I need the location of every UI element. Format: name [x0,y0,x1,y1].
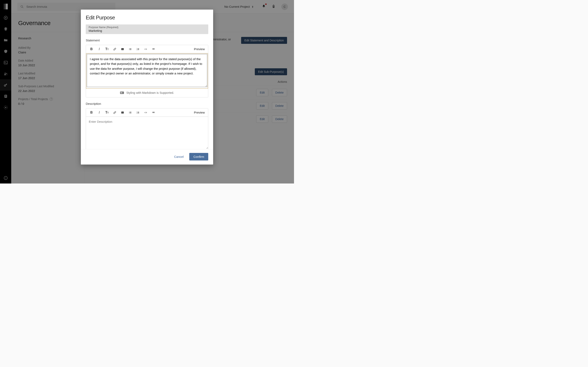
numbered-list-icon: 123 [136,111,140,114]
cancel-button[interactable]: Cancel [174,155,184,158]
svg-point-17 [129,49,130,49]
preview-toggle[interactable]: Preview [192,111,207,114]
code-button[interactable] [142,45,150,53]
markdown-badge-icon: M↓ [120,92,124,94]
bullet-list-icon [129,48,132,51]
image-button[interactable] [119,108,126,117]
preview-toggle[interactable]: Preview [192,47,207,51]
description-textarea[interactable] [86,117,208,149]
statement-textarea[interactable] [87,54,207,87]
svg-point-18 [129,50,130,50]
svg-text:3: 3 [137,50,137,50]
link-icon [113,48,116,51]
svg-point-16 [129,48,130,49]
modal-title: Edit Purpose [86,15,208,21]
modal-footer: Cancel Confirm [81,149,213,165]
editor-toolbar: B I TT 123 Preview [86,45,208,53]
heading-button[interactable]: TT [103,45,111,53]
bold-button[interactable]: B [87,45,95,53]
edit-purpose-modal: Edit Purpose Purpose Name (Required) Mar… [81,9,213,165]
code-icon [144,111,147,114]
editor-toolbar: B I TT 123 Preview [86,108,208,117]
numbered-list-icon: 123 [136,48,140,51]
description-label: Description [86,102,208,105]
svg-point-23 [122,112,122,112]
image-button[interactable] [119,45,126,53]
svg-point-15 [122,49,122,49]
bullet-list-icon [129,111,132,114]
bullet-list-button[interactable] [126,45,134,53]
italic-button[interactable]: I [95,45,103,53]
purpose-name-label: Purpose Name (Required) [89,26,205,29]
purpose-name-value: Marketing [89,29,205,33]
link-button[interactable] [111,108,119,117]
statement-editor: B I TT 123 Preview M↓ Styling with Markd… [86,45,208,98]
bullet-list-button[interactable] [126,108,134,117]
link-icon [113,111,116,114]
code-button[interactable] [142,108,150,117]
link-button[interactable] [111,45,119,53]
quote-icon [152,111,155,114]
image-icon [121,48,124,51]
quote-button[interactable] [150,108,157,117]
italic-button[interactable]: I [95,108,103,117]
image-icon [121,111,124,114]
purpose-name-field[interactable]: Purpose Name (Required) Marketing [86,25,208,34]
confirm-button[interactable]: Confirm [189,153,208,160]
code-icon [144,48,147,51]
quote-button[interactable] [150,45,157,53]
svg-point-24 [129,111,130,112]
svg-point-25 [129,112,130,113]
numbered-list-button[interactable]: 123 [134,45,142,53]
svg-text:3: 3 [137,113,137,114]
numbered-list-button[interactable]: 123 [134,108,142,117]
heading-button[interactable]: TT [103,108,111,117]
svg-point-26 [129,113,130,113]
quote-icon [152,48,155,51]
bold-button[interactable]: B [87,108,95,117]
description-editor: B I TT 123 Preview M↓ Styling with Markd… [86,108,208,149]
statement-label: Statement [86,39,208,42]
markdown-note: M↓ Styling with Markdown is Supported. [86,89,208,97]
